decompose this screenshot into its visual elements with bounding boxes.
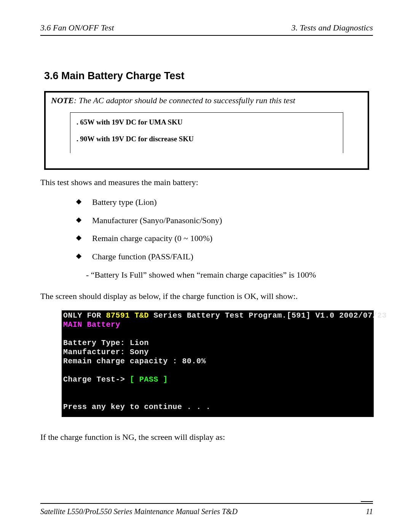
header-left: 3.6 Fan ON/OFF Test bbox=[40, 23, 114, 33]
page-header: 3.6 Fan ON/OFF Test 3. Tests and Diagnos… bbox=[40, 23, 373, 33]
terminal-blank-line bbox=[63, 393, 372, 403]
terminal-text: Charge Test-> bbox=[63, 375, 130, 384]
terminal-line: Battery Type: Lion bbox=[63, 339, 372, 348]
terminal-line: Charge Test-> [ PASS ] bbox=[63, 375, 372, 384]
page-footer: Satellite L550/ProL550 Series Maintenanc… bbox=[40, 507, 373, 516]
note-text-line: NOTE: The AC adaptor should be connected… bbox=[46, 93, 368, 112]
terminal-line: Manufacturer: Sony bbox=[63, 348, 372, 357]
list-item: Charge function (PASS/FAIL) bbox=[75, 251, 373, 262]
footer-rule bbox=[40, 503, 373, 504]
footer-left: Satellite L550/ProL550 Series Maintenanc… bbox=[40, 507, 237, 516]
ng-paragraph: If the charge function is NG, the screen… bbox=[40, 432, 373, 442]
list-subnote: - “Battery Is Full” showed when “remain … bbox=[86, 270, 373, 280]
list-item: Remain charge capacity (0 ~ 100%) bbox=[75, 233, 373, 244]
terminal-blank-line bbox=[63, 329, 372, 339]
terminal-output: ONLY FOR 87591 T&D Series Battery Test P… bbox=[62, 310, 374, 417]
note-sku-discrete: . 90W with 19V DC for discrease SKU bbox=[76, 135, 337, 143]
terminal-text: ONLY FOR bbox=[63, 311, 106, 320]
note-text: : The AC adaptor should be connected to … bbox=[74, 96, 295, 105]
note-sku-uma: . 65W with 19V DC for UMA SKU bbox=[76, 118, 337, 126]
terminal-pass-text: [ PASS ] bbox=[130, 375, 168, 384]
feature-list: Battery type (Lion) Manufacturer (Sanyo/… bbox=[75, 197, 373, 262]
intro-paragraph: This test shows and measures the main ba… bbox=[40, 177, 373, 187]
screen-intro-paragraph: The screen should display as below, if t… bbox=[40, 291, 373, 301]
terminal-line: MAIN Battery bbox=[63, 320, 372, 329]
terminal-text-highlight: 87591 T&D bbox=[106, 311, 149, 320]
section-title: 3.6 Main Battery Charge Test bbox=[44, 70, 373, 82]
terminal-line: Press any key to continue . . . bbox=[63, 403, 372, 412]
terminal-blank-line bbox=[63, 366, 372, 375]
list-item: Manufacturer (Sanyo/Panasonic/Sony) bbox=[75, 215, 373, 226]
note-label: NOTE bbox=[51, 96, 74, 105]
note-box: NOTE: The AC adaptor should be connected… bbox=[44, 91, 369, 170]
header-rule bbox=[40, 35, 373, 36]
terminal-text: Series Battery Test Program.[591] V1.0 2… bbox=[149, 311, 387, 320]
terminal-blank-line bbox=[63, 384, 372, 393]
page: 3.6 Fan ON/OFF Test 3. Tests and Diagnos… bbox=[0, 0, 411, 532]
terminal-line: ONLY FOR 87591 T&D Series Battery Test P… bbox=[63, 311, 372, 320]
page-number: 11 bbox=[366, 507, 373, 516]
footer-tick bbox=[361, 501, 373, 502]
note-inner-box: . 65W with 19V DC for UMA SKU . 90W with… bbox=[70, 112, 343, 153]
terminal-line: Remain charge capacity : 80.0% bbox=[63, 357, 372, 366]
list-item: Battery type (Lion) bbox=[75, 197, 373, 208]
header-right: 3. Tests and Diagnostics bbox=[292, 23, 373, 33]
